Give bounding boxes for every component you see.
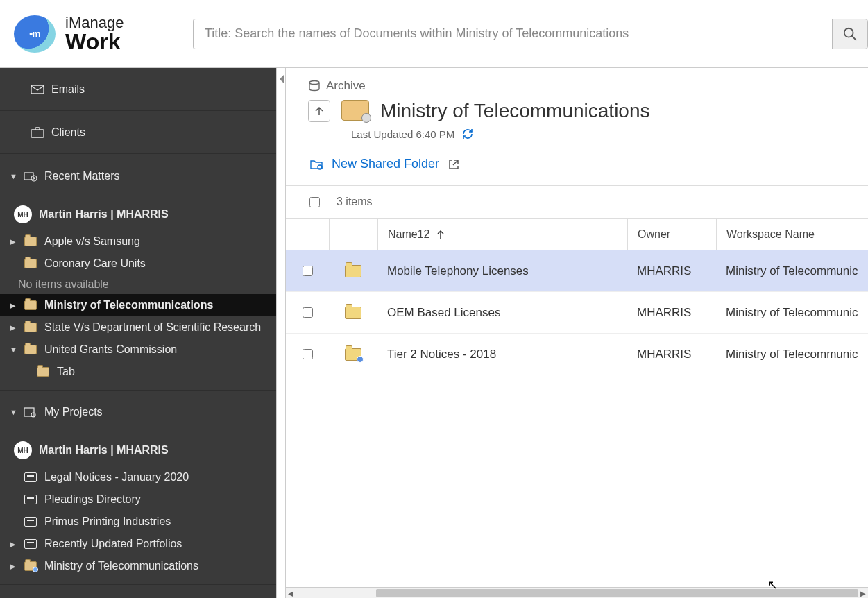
crumb-label: Archive	[326, 79, 366, 93]
last-updated: Last Updated 6:40 PM	[351, 128, 454, 140]
cell-owner: MHARRIS	[627, 306, 716, 320]
box-icon	[24, 516, 37, 527]
tree-label: Ministry of Telecommunications	[44, 560, 198, 572]
svg-rect-6	[24, 408, 34, 416]
project-primus[interactable]: ▶ Primus Printing Industries	[0, 511, 276, 533]
archive-icon	[308, 80, 321, 92]
project-pleadings[interactable]: ▶ Pleadings Directory	[0, 488, 276, 511]
table-row[interactable]: OEM Based LicensesMHARRISMinistry of Tel…	[286, 292, 868, 334]
chevron-right-icon: ▶	[10, 237, 18, 246]
cell-workspace: Ministry of Telecommunic	[716, 264, 868, 278]
sidebar[interactable]: Emails Clients ▼ Recent Matters MH Marti…	[0, 68, 276, 598]
box-icon	[24, 494, 37, 505]
section-label: My Projects	[44, 406, 103, 418]
section-label: Recent Matters	[44, 170, 119, 182]
row-checkbox[interactable]	[303, 307, 313, 318]
breadcrumb[interactable]: Archive	[286, 68, 868, 93]
folder-share-icon	[345, 348, 361, 361]
search-button[interactable]	[832, 19, 868, 49]
scroll-left-button[interactable]: ◀	[286, 588, 296, 598]
projects-user[interactable]: MH Martin Harris | MHARRIS	[0, 434, 276, 466]
logo-icon: •m	[14, 15, 56, 53]
up-button[interactable]	[308, 100, 330, 122]
svg-rect-2	[31, 85, 44, 94]
folder-share-icon	[24, 561, 37, 572]
page-title: Ministry of Telecommunications	[380, 100, 650, 122]
col-workspace[interactable]: Workspace Name	[716, 219, 868, 250]
recent-user[interactable]: MH Martin Harris | MHARRIS	[0, 198, 276, 230]
tree-label: Apple v/s Samsung	[44, 235, 140, 248]
scroll-thumb[interactable]	[376, 589, 858, 597]
recent-icon	[24, 171, 37, 182]
folder-icon	[24, 258, 37, 269]
cell-owner: MHARRIS	[627, 264, 716, 278]
brand-line2: Work	[65, 31, 124, 53]
folder-icon	[24, 322, 37, 333]
main-content: Archive Ministry of Telecommunications L…	[286, 68, 868, 598]
folder-icon	[345, 265, 361, 277]
section-recent-matters[interactable]: ▼ Recent Matters	[0, 154, 276, 198]
tree-label: Tab	[57, 366, 75, 378]
chevron-right-icon: ▶	[10, 323, 18, 332]
col-label: Workspace Name	[726, 228, 815, 241]
chevron-right-icon: ▶	[10, 540, 18, 549]
cell-workspace: Ministry of Telecommunic	[716, 348, 868, 361]
mail-icon	[31, 84, 44, 95]
section-my-projects[interactable]: ▼ My Projects	[0, 390, 276, 434]
tree-label: United Grants Commission	[44, 343, 177, 356]
sidebar-resizer[interactable]	[276, 68, 286, 598]
user-label: Martin Harris | MHARRIS	[39, 208, 169, 221]
app-logo[interactable]: •m iManage Work	[14, 15, 193, 53]
refresh-icon[interactable]	[461, 128, 474, 140]
matter-ministry-telecom[interactable]: ▶ Ministry of Telecommunications	[0, 294, 276, 316]
folder-icon	[345, 307, 361, 319]
cell-name: Tier 2 Notices - 2018	[377, 348, 627, 361]
folder-icon	[36, 366, 50, 377]
row-checkbox[interactable]	[303, 266, 313, 276]
matter-tab[interactable]: Tab	[0, 361, 276, 383]
col-name[interactable]: Name12	[377, 219, 627, 250]
svg-point-0	[844, 28, 853, 37]
folder-icon	[24, 344, 37, 355]
table-row[interactable]: Mobile Telephony LicensesMHARRISMinistry…	[286, 250, 868, 292]
matter-coronary[interactable]: ▶ Coronary Care Units	[0, 253, 276, 275]
project-legal-notices[interactable]: ▶ Legal Notices - January 2020	[0, 466, 276, 488]
sort-asc-icon	[436, 230, 445, 239]
select-all-checkbox[interactable]	[309, 197, 320, 207]
matter-united-grants[interactable]: ▼ United Grants Commission	[0, 339, 276, 361]
matter-state-research[interactable]: ▶ State V/s Department of Scientific Res…	[0, 316, 276, 339]
matter-apple-samsung[interactable]: ▶ Apple v/s Samsung	[0, 230, 276, 253]
nav-emails[interactable]: Emails	[0, 68, 276, 111]
svg-rect-3	[31, 130, 44, 137]
workspace-icon	[341, 100, 369, 121]
section-my-favorites[interactable]: ▼ My Favorites	[0, 584, 276, 598]
project-ministry-telecom[interactable]: ▶ Ministry of Telecommunications	[0, 555, 276, 577]
folder-icon	[24, 300, 37, 311]
col-owner[interactable]: Owner	[627, 219, 716, 250]
search-icon	[842, 26, 858, 42]
no-items-label: No items available	[0, 275, 276, 294]
tree-label: Legal Notices - January 2020	[44, 471, 189, 484]
cell-workspace: Ministry of Telecommunic	[716, 306, 868, 320]
brand-line1: iManage	[65, 15, 124, 31]
chevron-down-icon: ▼	[10, 172, 18, 180]
search-input[interactable]	[193, 19, 832, 49]
new-shared-folder-link[interactable]: New Shared Folder	[332, 157, 439, 171]
project-recent-portfolios[interactable]: ▶ Recently Updated Portfolios	[0, 533, 276, 555]
briefcase-icon	[31, 127, 44, 138]
cell-owner: MHARRIS	[627, 348, 716, 361]
external-link-icon[interactable]	[448, 158, 460, 171]
chevron-down-icon: ▼	[10, 345, 18, 354]
table-header: Name12 Owner Workspace Name	[286, 219, 868, 250]
row-checkbox[interactable]	[303, 349, 313, 359]
table-row[interactable]: Tier 2 Notices - 2018MHARRISMinistry of …	[286, 334, 868, 375]
horizontal-scrollbar[interactable]: ◀ ▶	[286, 587, 868, 598]
folder-icon	[24, 236, 37, 247]
scroll-right-button[interactable]: ▶	[858, 588, 868, 598]
tree-label: Coronary Care Units	[44, 257, 146, 270]
chevron-down-icon: ▼	[10, 408, 18, 416]
nav-clients[interactable]: Clients	[0, 111, 276, 154]
box-icon	[24, 472, 37, 483]
tree-label: Primus Printing Industries	[44, 515, 171, 528]
tree-label: Pleadings Directory	[44, 493, 141, 506]
